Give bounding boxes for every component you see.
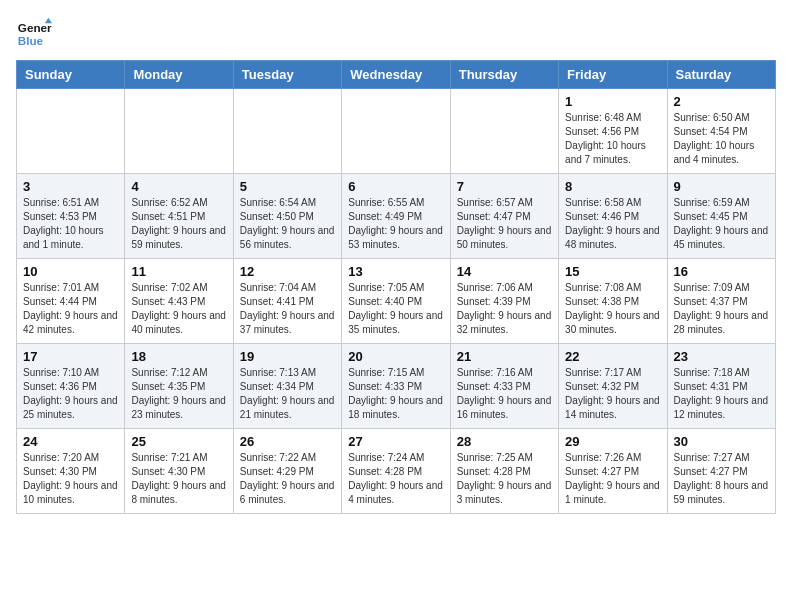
day-info: Sunrise: 7:15 AM Sunset: 4:33 PM Dayligh…: [348, 366, 443, 422]
day-info: Sunrise: 7:21 AM Sunset: 4:30 PM Dayligh…: [131, 451, 226, 507]
day-info: Sunrise: 7:22 AM Sunset: 4:29 PM Dayligh…: [240, 451, 335, 507]
calendar-cell: [342, 89, 450, 174]
day-number: 17: [23, 349, 118, 364]
calendar-cell: [233, 89, 341, 174]
day-number: 14: [457, 264, 552, 279]
day-info: Sunrise: 7:26 AM Sunset: 4:27 PM Dayligh…: [565, 451, 660, 507]
calendar-cell: 30Sunrise: 7:27 AM Sunset: 4:27 PM Dayli…: [667, 429, 775, 514]
day-number: 2: [674, 94, 769, 109]
day-info: Sunrise: 7:25 AM Sunset: 4:28 PM Dayligh…: [457, 451, 552, 507]
day-number: 4: [131, 179, 226, 194]
calendar-cell: 22Sunrise: 7:17 AM Sunset: 4:32 PM Dayli…: [559, 344, 667, 429]
calendar-week-row: 24Sunrise: 7:20 AM Sunset: 4:30 PM Dayli…: [17, 429, 776, 514]
weekday-header: Sunday: [17, 61, 125, 89]
calendar-cell: 23Sunrise: 7:18 AM Sunset: 4:31 PM Dayli…: [667, 344, 775, 429]
calendar-cell: 5Sunrise: 6:54 AM Sunset: 4:50 PM Daylig…: [233, 174, 341, 259]
day-info: Sunrise: 7:20 AM Sunset: 4:30 PM Dayligh…: [23, 451, 118, 507]
day-info: Sunrise: 7:12 AM Sunset: 4:35 PM Dayligh…: [131, 366, 226, 422]
day-info: Sunrise: 7:13 AM Sunset: 4:34 PM Dayligh…: [240, 366, 335, 422]
day-info: Sunrise: 7:17 AM Sunset: 4:32 PM Dayligh…: [565, 366, 660, 422]
day-number: 18: [131, 349, 226, 364]
calendar-table: SundayMondayTuesdayWednesdayThursdayFrid…: [16, 60, 776, 514]
day-number: 8: [565, 179, 660, 194]
calendar-cell: 4Sunrise: 6:52 AM Sunset: 4:51 PM Daylig…: [125, 174, 233, 259]
day-number: 29: [565, 434, 660, 449]
day-info: Sunrise: 6:57 AM Sunset: 4:47 PM Dayligh…: [457, 196, 552, 252]
calendar-cell: 19Sunrise: 7:13 AM Sunset: 4:34 PM Dayli…: [233, 344, 341, 429]
day-number: 24: [23, 434, 118, 449]
day-number: 11: [131, 264, 226, 279]
day-number: 7: [457, 179, 552, 194]
logo: General Blue: [16, 16, 58, 52]
calendar-cell: 27Sunrise: 7:24 AM Sunset: 4:28 PM Dayli…: [342, 429, 450, 514]
day-info: Sunrise: 6:58 AM Sunset: 4:46 PM Dayligh…: [565, 196, 660, 252]
logo-icon: General Blue: [16, 16, 52, 52]
weekday-header: Wednesday: [342, 61, 450, 89]
calendar-cell: 25Sunrise: 7:21 AM Sunset: 4:30 PM Dayli…: [125, 429, 233, 514]
day-number: 30: [674, 434, 769, 449]
day-number: 13: [348, 264, 443, 279]
day-info: Sunrise: 7:06 AM Sunset: 4:39 PM Dayligh…: [457, 281, 552, 337]
weekday-header: Monday: [125, 61, 233, 89]
calendar-cell: 21Sunrise: 7:16 AM Sunset: 4:33 PM Dayli…: [450, 344, 558, 429]
day-info: Sunrise: 7:08 AM Sunset: 4:38 PM Dayligh…: [565, 281, 660, 337]
day-info: Sunrise: 7:16 AM Sunset: 4:33 PM Dayligh…: [457, 366, 552, 422]
day-number: 5: [240, 179, 335, 194]
page-header: General Blue: [16, 16, 776, 52]
day-number: 25: [131, 434, 226, 449]
calendar-cell: [450, 89, 558, 174]
calendar-cell: 15Sunrise: 7:08 AM Sunset: 4:38 PM Dayli…: [559, 259, 667, 344]
calendar-cell: 6Sunrise: 6:55 AM Sunset: 4:49 PM Daylig…: [342, 174, 450, 259]
day-number: 20: [348, 349, 443, 364]
day-number: 16: [674, 264, 769, 279]
calendar-cell: 28Sunrise: 7:25 AM Sunset: 4:28 PM Dayli…: [450, 429, 558, 514]
day-number: 22: [565, 349, 660, 364]
weekday-header: Thursday: [450, 61, 558, 89]
calendar-cell: 12Sunrise: 7:04 AM Sunset: 4:41 PM Dayli…: [233, 259, 341, 344]
weekday-header: Friday: [559, 61, 667, 89]
day-number: 10: [23, 264, 118, 279]
weekday-header: Saturday: [667, 61, 775, 89]
calendar-cell: 8Sunrise: 6:58 AM Sunset: 4:46 PM Daylig…: [559, 174, 667, 259]
svg-text:Blue: Blue: [18, 34, 44, 47]
day-number: 9: [674, 179, 769, 194]
calendar-week-row: 10Sunrise: 7:01 AM Sunset: 4:44 PM Dayli…: [17, 259, 776, 344]
day-info: Sunrise: 7:02 AM Sunset: 4:43 PM Dayligh…: [131, 281, 226, 337]
calendar-cell: 10Sunrise: 7:01 AM Sunset: 4:44 PM Dayli…: [17, 259, 125, 344]
calendar-cell: 3Sunrise: 6:51 AM Sunset: 4:53 PM Daylig…: [17, 174, 125, 259]
calendar-week-row: 17Sunrise: 7:10 AM Sunset: 4:36 PM Dayli…: [17, 344, 776, 429]
day-info: Sunrise: 7:24 AM Sunset: 4:28 PM Dayligh…: [348, 451, 443, 507]
calendar-cell: [125, 89, 233, 174]
day-number: 27: [348, 434, 443, 449]
day-number: 6: [348, 179, 443, 194]
calendar-cell: 9Sunrise: 6:59 AM Sunset: 4:45 PM Daylig…: [667, 174, 775, 259]
day-number: 26: [240, 434, 335, 449]
weekday-header: Tuesday: [233, 61, 341, 89]
day-info: Sunrise: 6:48 AM Sunset: 4:56 PM Dayligh…: [565, 111, 660, 167]
day-number: 3: [23, 179, 118, 194]
calendar-header-row: SundayMondayTuesdayWednesdayThursdayFrid…: [17, 61, 776, 89]
day-info: Sunrise: 6:52 AM Sunset: 4:51 PM Dayligh…: [131, 196, 226, 252]
calendar-week-row: 1Sunrise: 6:48 AM Sunset: 4:56 PM Daylig…: [17, 89, 776, 174]
day-info: Sunrise: 7:01 AM Sunset: 4:44 PM Dayligh…: [23, 281, 118, 337]
calendar-cell: 11Sunrise: 7:02 AM Sunset: 4:43 PM Dayli…: [125, 259, 233, 344]
calendar-cell: 14Sunrise: 7:06 AM Sunset: 4:39 PM Dayli…: [450, 259, 558, 344]
calendar-cell: 13Sunrise: 7:05 AM Sunset: 4:40 PM Dayli…: [342, 259, 450, 344]
calendar-cell: 17Sunrise: 7:10 AM Sunset: 4:36 PM Dayli…: [17, 344, 125, 429]
calendar-cell: 7Sunrise: 6:57 AM Sunset: 4:47 PM Daylig…: [450, 174, 558, 259]
day-number: 15: [565, 264, 660, 279]
calendar-cell: 20Sunrise: 7:15 AM Sunset: 4:33 PM Dayli…: [342, 344, 450, 429]
calendar-cell: 18Sunrise: 7:12 AM Sunset: 4:35 PM Dayli…: [125, 344, 233, 429]
day-info: Sunrise: 6:51 AM Sunset: 4:53 PM Dayligh…: [23, 196, 118, 252]
day-info: Sunrise: 7:18 AM Sunset: 4:31 PM Dayligh…: [674, 366, 769, 422]
calendar-cell: 1Sunrise: 6:48 AM Sunset: 4:56 PM Daylig…: [559, 89, 667, 174]
day-info: Sunrise: 6:55 AM Sunset: 4:49 PM Dayligh…: [348, 196, 443, 252]
day-number: 12: [240, 264, 335, 279]
day-info: Sunrise: 6:54 AM Sunset: 4:50 PM Dayligh…: [240, 196, 335, 252]
calendar-cell: 29Sunrise: 7:26 AM Sunset: 4:27 PM Dayli…: [559, 429, 667, 514]
day-info: Sunrise: 7:05 AM Sunset: 4:40 PM Dayligh…: [348, 281, 443, 337]
calendar-cell: 16Sunrise: 7:09 AM Sunset: 4:37 PM Dayli…: [667, 259, 775, 344]
calendar-cell: 24Sunrise: 7:20 AM Sunset: 4:30 PM Dayli…: [17, 429, 125, 514]
day-info: Sunrise: 7:04 AM Sunset: 4:41 PM Dayligh…: [240, 281, 335, 337]
day-info: Sunrise: 6:50 AM Sunset: 4:54 PM Dayligh…: [674, 111, 769, 167]
